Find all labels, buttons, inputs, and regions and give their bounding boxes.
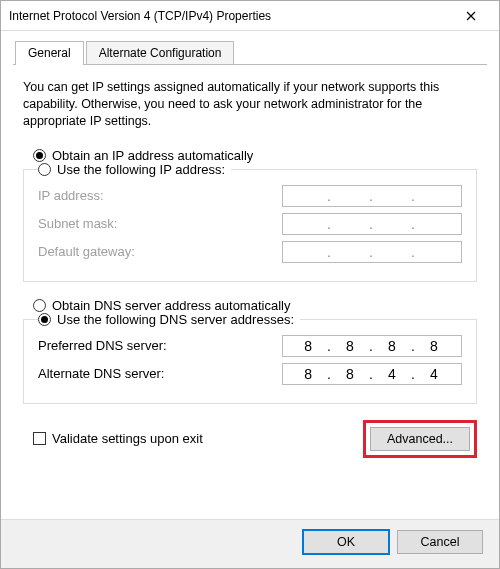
default-gateway-label: Default gateway: (38, 244, 282, 259)
tab-alternate[interactable]: Alternate Configuration (86, 41, 235, 64)
alternate-dns-label: Alternate DNS server: (38, 366, 282, 381)
radio-dns-auto-label: Obtain DNS server address automatically (52, 298, 290, 313)
window-title: Internet Protocol Version 4 (TCP/IPv4) P… (9, 9, 451, 23)
ok-button[interactable]: OK (303, 530, 389, 554)
tab-body: You can get IP settings assigned automat… (1, 65, 499, 519)
radio-ip-manual[interactable]: Use the following IP address: (38, 162, 225, 177)
ip-fieldset: Use the following IP address: IP address… (23, 169, 477, 282)
titlebar: Internet Protocol Version 4 (TCP/IPv4) P… (1, 1, 499, 31)
row-preferred-dns: Preferred DNS server: 8. 8. 8. 8 (38, 335, 462, 357)
description-text: You can get IP settings assigned automat… (23, 79, 477, 130)
ip-address-field: ... (282, 185, 462, 207)
tab-general[interactable]: General (15, 41, 84, 64)
validate-label: Validate settings upon exit (52, 431, 203, 446)
row-default-gateway: Default gateway: ... (38, 241, 462, 263)
default-gateway-field: ... (282, 241, 462, 263)
close-icon[interactable] (451, 2, 491, 30)
dns-fieldset: Use the following DNS server addresses: … (23, 319, 477, 404)
radio-dns-auto[interactable]: Obtain DNS server address automatically (33, 298, 477, 313)
advanced-button[interactable]: Advanced... (370, 427, 470, 451)
validate-checkbox[interactable]: Validate settings upon exit (33, 431, 203, 446)
cancel-button[interactable]: Cancel (397, 530, 483, 554)
row-subnet-mask: Subnet mask: ... (38, 213, 462, 235)
dialog-window: Internet Protocol Version 4 (TCP/IPv4) P… (0, 0, 500, 569)
radio-icon (33, 299, 46, 312)
radio-icon (38, 313, 51, 326)
checkbox-icon (33, 432, 46, 445)
row-ip-address: IP address: ... (38, 185, 462, 207)
dialog-footer: OK Cancel (1, 519, 499, 568)
radio-ip-auto[interactable]: Obtain an IP address automatically (33, 148, 477, 163)
radio-ip-manual-label: Use the following IP address: (57, 162, 225, 177)
radio-icon (33, 149, 46, 162)
bottom-row: Validate settings upon exit Advanced... (23, 420, 477, 458)
preferred-dns-field[interactable]: 8. 8. 8. 8 (282, 335, 462, 357)
row-alternate-dns: Alternate DNS server: 8. 8. 4. 4 (38, 363, 462, 385)
advanced-highlight: Advanced... (363, 420, 477, 458)
radio-dns-manual[interactable]: Use the following DNS server addresses: (38, 312, 294, 327)
subnet-mask-label: Subnet mask: (38, 216, 282, 231)
radio-icon (38, 163, 51, 176)
radio-ip-auto-label: Obtain an IP address automatically (52, 148, 253, 163)
tab-strip: General Alternate Configuration (13, 41, 487, 65)
ip-address-label: IP address: (38, 188, 282, 203)
radio-dns-manual-label: Use the following DNS server addresses: (57, 312, 294, 327)
preferred-dns-label: Preferred DNS server: (38, 338, 282, 353)
alternate-dns-field[interactable]: 8. 8. 4. 4 (282, 363, 462, 385)
subnet-mask-field: ... (282, 213, 462, 235)
